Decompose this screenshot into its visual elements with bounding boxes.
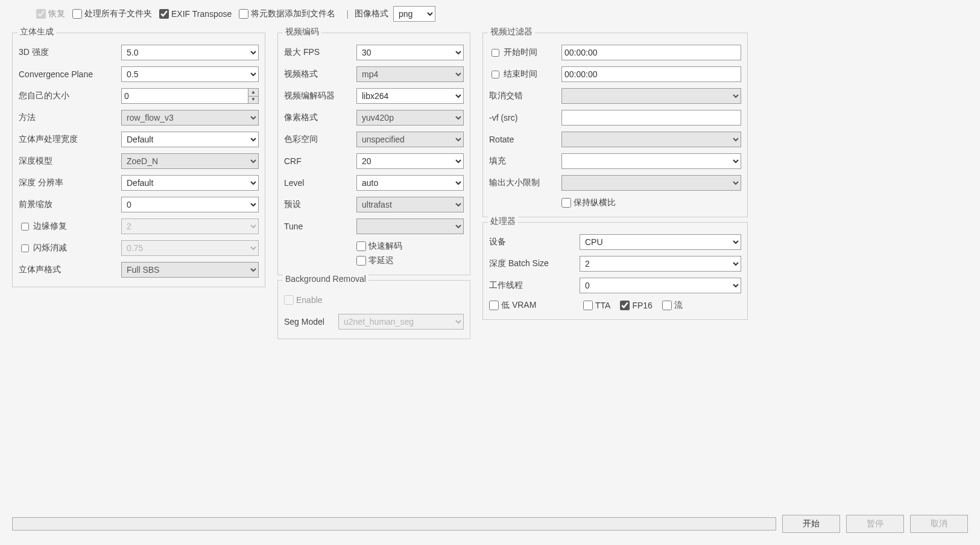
fg-scale-select[interactable]: 0: [121, 197, 259, 212]
keep-aspect-label: 保持纵横比: [574, 197, 616, 208]
crf-label: CRF: [284, 156, 356, 166]
tune-select[interactable]: [356, 218, 464, 234]
video-format-select[interactable]: mp4: [356, 66, 464, 82]
fp16-label: FP16: [632, 301, 652, 310]
spinner-down-icon[interactable]: ▼: [248, 97, 258, 104]
edge-fix-checkbox[interactable]: [21, 223, 29, 231]
stream-label: 流: [674, 300, 683, 311]
tta-checkbox[interactable]: TTA: [583, 301, 610, 310]
outsize-select[interactable]: [561, 175, 741, 191]
low-vram-input[interactable]: [489, 301, 499, 310]
encoding-title: 视频编码: [283, 27, 321, 37]
fp16-input[interactable]: [620, 301, 630, 310]
depth-model-label: 深度模型: [19, 156, 121, 167]
divider-icon: |: [346, 9, 349, 19]
preset-label: 预设: [284, 199, 356, 210]
workers-select[interactable]: 0: [580, 278, 741, 293]
seg-model-select: u2net_human_seg: [338, 314, 464, 330]
keep-aspect-checkbox[interactable]: 保持纵横比: [561, 197, 616, 208]
deinterlace-label: 取消交错: [489, 91, 561, 101]
pad-select[interactable]: [561, 153, 741, 169]
stereo-format-label: 立体声格式: [19, 264, 121, 275]
rotate-label: Rotate: [489, 135, 561, 144]
batch-label: 深度 Batch Size: [489, 258, 580, 269]
process-subfolders-input[interactable]: [72, 9, 82, 19]
zero-latency-label: 零延迟: [368, 255, 394, 266]
zero-latency-checkbox[interactable]: 零延迟: [356, 255, 394, 266]
deinterlace-select[interactable]: [561, 88, 741, 104]
rotate-select[interactable]: [561, 132, 741, 147]
stereo-group: 立体生成 3D 强度 5.0 Convergence Plane 0.5 您自己…: [12, 33, 265, 287]
filter-title: 视频过滤器: [488, 27, 535, 37]
stream-checkbox[interactable]: 流: [662, 300, 683, 311]
own-size-spinner[interactable]: ▲ ▼: [248, 88, 259, 104]
flicker-label: 闪烁消减: [33, 243, 67, 253]
stream-input[interactable]: [662, 301, 672, 310]
process-subfolders-checkbox[interactable]: 处理所有子文件夹: [72, 8, 152, 19]
start-time-checkbox[interactable]: [492, 49, 499, 57]
end-time-checkbox[interactable]: [492, 71, 499, 78]
bg-enable-input: [284, 295, 294, 305]
flicker-checkbox[interactable]: [21, 244, 29, 252]
codec-select[interactable]: libx264: [356, 88, 464, 104]
crf-select[interactable]: 20: [356, 153, 464, 169]
fp16-checkbox[interactable]: FP16: [620, 301, 652, 310]
image-format-select[interactable]: png: [393, 6, 435, 22]
fast-decode-checkbox[interactable]: 快速解码: [356, 241, 402, 252]
append-metadata-label: 将元数据添加到文件名: [251, 8, 335, 19]
depth-res-label: 深度 分辨率: [19, 177, 121, 188]
bg-enable-label: Enable: [296, 295, 323, 305]
workers-label: 工作线程: [489, 280, 580, 291]
append-metadata-input[interactable]: [239, 9, 248, 19]
stereo-format-select[interactable]: Full SBS: [121, 262, 259, 278]
level-select[interactable]: auto: [356, 175, 464, 191]
start-time-input[interactable]: [561, 45, 741, 60]
tune-label: Tune: [284, 222, 356, 231]
processor-title: 处理器: [488, 216, 518, 227]
stereo-width-label: 立体声处理宽度: [19, 134, 121, 145]
convergence-select[interactable]: 0.5: [121, 66, 259, 82]
method-label: 方法: [19, 112, 121, 123]
device-select[interactable]: CPU: [580, 234, 741, 250]
encoding-group: 视频编码 最大 FPS 30 视频格式 mp4 视频编解码器 libx264 像…: [277, 33, 470, 275]
zero-latency-input[interactable]: [356, 256, 366, 266]
device-label: 设备: [489, 237, 580, 247]
batch-select[interactable]: 2: [580, 256, 741, 272]
end-time-input[interactable]: [561, 66, 741, 82]
exif-transpose-checkbox[interactable]: EXIF Transpose: [159, 9, 232, 19]
method-select[interactable]: row_flow_v3: [121, 110, 259, 126]
flicker-select: 0.75: [121, 240, 259, 256]
preset-select[interactable]: ultrafast: [356, 197, 464, 212]
stereo-title: 立体生成: [17, 27, 56, 37]
own-size-input[interactable]: [121, 88, 248, 104]
tta-label: TTA: [595, 301, 610, 310]
start-button[interactable]: 开始: [782, 515, 840, 533]
pixfmt-select[interactable]: yuv420p: [356, 110, 464, 126]
top-options-bar: 恢复 处理所有子文件夹 EXIF Transpose 将元数据添加到文件名 | …: [0, 0, 980, 28]
low-vram-checkbox[interactable]: 低 VRAM: [489, 300, 574, 311]
codec-label: 视频编解码器: [284, 91, 356, 101]
exif-transpose-input[interactable]: [159, 9, 169, 19]
max-fps-select[interactable]: 30: [356, 45, 464, 60]
edge-fix-select: 2: [121, 218, 259, 234]
stereo-width-select[interactable]: Default: [121, 132, 259, 147]
exif-transpose-label: EXIF Transpose: [171, 9, 232, 19]
append-metadata-checkbox[interactable]: 将元数据添加到文件名: [239, 8, 335, 19]
depth-res-select[interactable]: Default: [121, 175, 259, 191]
colorspace-select[interactable]: unspecified: [356, 132, 464, 147]
low-vram-label: 低 VRAM: [501, 300, 536, 311]
fast-decode-input[interactable]: [356, 241, 366, 251]
depth-model-select[interactable]: ZoeD_N: [121, 153, 259, 169]
keep-aspect-input[interactable]: [561, 198, 571, 208]
restore-checkbox-input: [36, 9, 46, 19]
level-label: Level: [284, 178, 356, 188]
colorspace-label: 色彩空间: [284, 134, 356, 145]
cancel-button: 取消: [910, 515, 968, 533]
pad-label: 填充: [489, 156, 561, 167]
spinner-up-icon[interactable]: ▲: [248, 89, 258, 97]
image-format-label: 图像格式: [355, 8, 388, 19]
tta-input[interactable]: [583, 301, 593, 310]
progress-bar: [12, 517, 776, 531]
intensity-select[interactable]: 5.0: [121, 45, 259, 60]
vf-input[interactable]: [561, 110, 741, 126]
